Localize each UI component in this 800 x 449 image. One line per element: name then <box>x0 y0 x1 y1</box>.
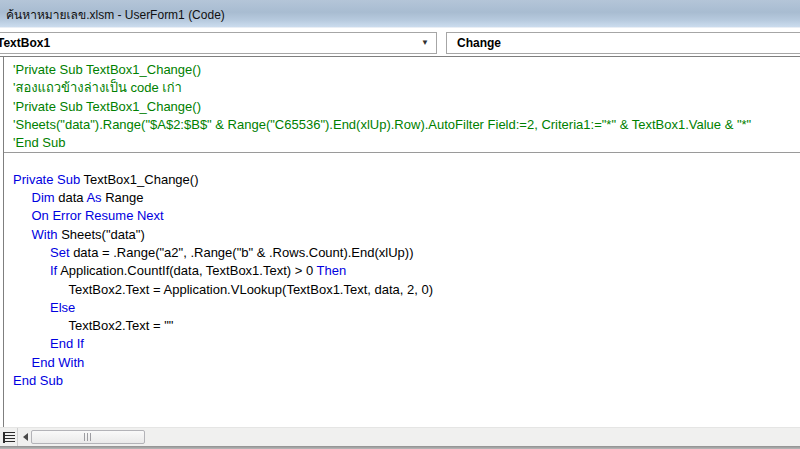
code-window-toolbar: TextBox1 ▼ Change <box>0 29 800 57</box>
code-line: Else <box>4 299 800 317</box>
code-line: TextBox2.Text = "" <box>4 317 800 335</box>
code-line: End If <box>4 335 800 353</box>
window-title: ค้นหาหมายเลข.xlsm - UserForm1 (Code) <box>0 4 225 24</box>
code-lines: 'Private Sub TextBox1_Change()'สองแถวข้า… <box>4 61 800 390</box>
code-line: 'สองแถวข้างล่างเป็น code เก่า <box>4 79 800 97</box>
chevron-down-icon[interactable]: ▼ <box>414 33 436 53</box>
scrollbar-thumb[interactable] <box>31 430 145 444</box>
code-line <box>4 152 800 170</box>
object-dropdown-value: TextBox1 <box>0 36 414 50</box>
object-dropdown[interactable]: TextBox1 ▼ <box>0 32 437 54</box>
triangle-left-icon <box>23 433 28 441</box>
code-line: If Application.CountIf(data, TextBox1.Te… <box>4 262 800 280</box>
thumb-grip-icon <box>84 433 92 441</box>
code-editor[interactable]: 'Private Sub TextBox1_Change()'สองแถวข้า… <box>3 57 800 427</box>
code-line: Dim data As Range <box>4 189 800 207</box>
code-line: With Sheets("data") <box>4 226 800 244</box>
code-line: 'Sheets("data").Range("$A$2:$B$" & Range… <box>4 116 800 134</box>
horizontal-scrollbar <box>0 427 800 446</box>
code-line: 'Private Sub TextBox1_Change() <box>4 61 800 79</box>
full-module-view-button[interactable] <box>0 428 18 446</box>
code-line: Set data = .Range("a2", .Range("b" & .Ro… <box>4 244 800 262</box>
code-line: TextBox2.Text = Application.VLookup(Text… <box>4 281 800 299</box>
code-line: Private Sub TextBox1_Change() <box>4 171 800 189</box>
code-line: 'Private Sub TextBox1_Change() <box>4 98 800 116</box>
procedure-dropdown[interactable]: Change <box>446 32 800 54</box>
code-line: 'End Sub <box>4 134 800 152</box>
code-line: End Sub <box>4 372 800 390</box>
scroll-left-button[interactable] <box>19 428 31 446</box>
procedure-dropdown-value: Change <box>447 36 800 50</box>
code-line: End With <box>4 354 800 372</box>
title-bar[interactable]: ค้นหาหมายเลข.xlsm - UserForm1 (Code) <box>0 0 800 28</box>
code-line: On Error Resume Next <box>4 207 800 225</box>
module-view-icon <box>3 432 15 443</box>
